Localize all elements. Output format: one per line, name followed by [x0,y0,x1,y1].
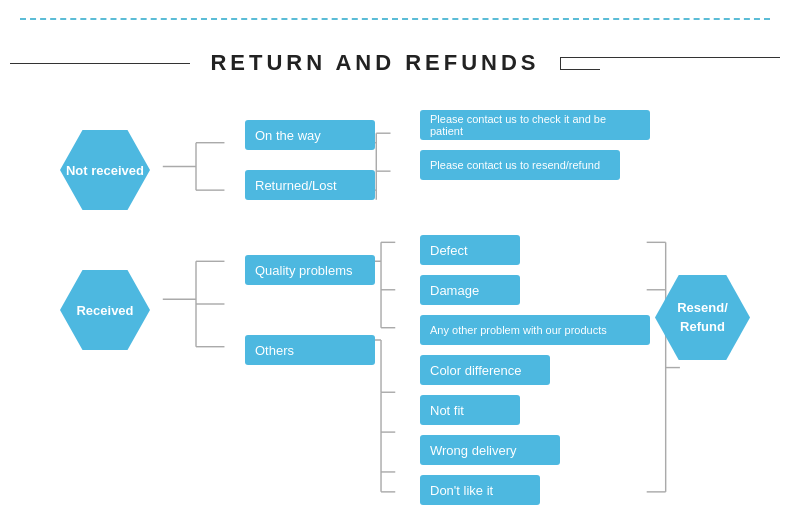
box-defect: Defect [420,235,520,265]
box-contact-resend: Please contact us to resend/refund [420,150,620,180]
diagram: Not received Received Resend/ Refund On … [30,100,770,508]
hexagon-received: Received [60,270,150,350]
title-line-left [10,63,190,64]
dashed-border-top [20,18,770,20]
box-others: Others [245,335,375,365]
title-line-right-wrapper [560,57,780,70]
box-quality-problems: Quality problems [245,255,375,285]
box-not-fit: Not fit [420,395,520,425]
title-section: RETURN AND REFUNDS [0,50,790,76]
page-title: RETURN AND REFUNDS [190,50,559,76]
box-dont-like: Don't like it [420,475,540,505]
box-returned-lost: Returned/Lost [245,170,375,200]
hexagon-resend: Resend/ Refund [655,275,750,360]
box-color-difference: Color difference [420,355,550,385]
box-wrong-delivery: Wrong delivery [420,435,560,465]
box-any-other: Any other problem with our products [420,315,650,345]
box-damage: Damage [420,275,520,305]
hexagon-not-received: Not received [60,130,150,210]
box-contact-check: Please contact us to check it and be pat… [420,110,650,140]
title-notch [560,58,600,70]
box-on-the-way: On the way [245,120,375,150]
